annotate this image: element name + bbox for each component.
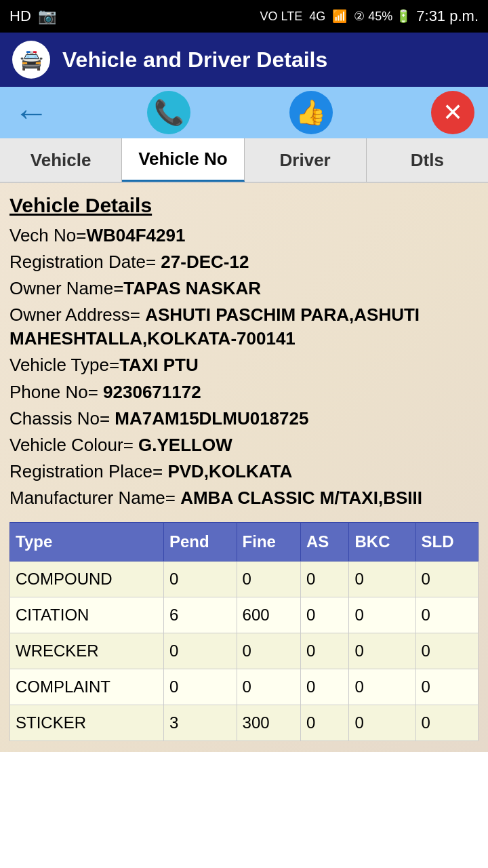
- cell-sld: 0: [415, 633, 478, 669]
- cell-as: 0: [300, 633, 349, 669]
- phone-no-label: Phone No=: [9, 382, 103, 402]
- phone-no-value: 9230671172: [103, 382, 201, 402]
- manufacturer-name-value: AMBA CLASSIC M/TAXI,BSIII: [180, 488, 422, 508]
- thumbs-up-button[interactable]: 👍: [289, 91, 333, 134]
- table-header-row: Type Pend Fine AS BKC SLD: [10, 523, 479, 561]
- app-header: 🚔 Vehicle and Driver Details: [0, 33, 488, 87]
- cell-bkc: 0: [349, 705, 415, 741]
- table-row: CITATION6600000: [10, 597, 479, 633]
- main-content: Vehicle Details Vech No=WB04F4291 Regist…: [0, 183, 488, 752]
- cell-sld: 0: [415, 705, 478, 741]
- signal-icons: VO LTE 4G 📶 ② 45% 🔋: [260, 9, 411, 24]
- cell-type: COMPLAINT: [10, 669, 164, 705]
- cell-as: 0: [300, 669, 349, 705]
- status-left: HD 📷: [9, 7, 56, 25]
- table-row: COMPOUND00000: [10, 561, 479, 597]
- cell-fine: 300: [237, 705, 300, 741]
- cell-fine: 600: [237, 597, 300, 633]
- cell-pend: 0: [164, 561, 237, 597]
- reg-date-label: Registration Date=: [9, 252, 161, 272]
- cell-as: 0: [300, 561, 349, 597]
- camera-icon: 📷: [38, 7, 56, 25]
- chassis-no-value: MA7AM15DLMU018725: [115, 408, 308, 429]
- table-row: COMPLAINT00000: [10, 669, 479, 705]
- reg-place-line: Registration Place= PVD,KOLKATA: [9, 460, 479, 484]
- vehicle-colour-line: Vehicle Colour= G.YELLOW: [9, 433, 479, 457]
- vech-no-value: WB04F4291: [86, 225, 185, 245]
- cell-bkc: 0: [349, 597, 415, 633]
- tab-vehicle-no[interactable]: Vehicle No: [122, 138, 244, 182]
- cell-fine: 0: [237, 561, 300, 597]
- vehicle-type-label: Vehicle Type=: [9, 355, 119, 375]
- table-row: STICKER3300000: [10, 705, 479, 741]
- cell-sld: 0: [415, 597, 478, 633]
- cell-sld: 0: [415, 669, 478, 705]
- app-logo: 🚔: [12, 41, 50, 79]
- cell-type: COMPOUND: [10, 561, 164, 597]
- reg-date-value: 27-DEC-12: [161, 252, 249, 272]
- chassis-no-line: Chassis No= MA7AM15DLMU018725: [9, 407, 479, 431]
- reg-place-value: PVD,KOLKATA: [167, 461, 292, 481]
- cell-bkc: 0: [349, 669, 415, 705]
- col-type: Type: [10, 523, 164, 561]
- content-inner: Vehicle Details Vech No=WB04F4291 Regist…: [9, 194, 479, 741]
- phone-no-line: Phone No= 9230671172: [9, 380, 479, 404]
- vehicle-type-line: Vehicle Type=TAXI PTU: [9, 353, 479, 377]
- manufacturer-name-label: Manufacturer Name=: [9, 488, 180, 508]
- penalties-table-section: Type Pend Fine AS BKC SLD COMPOUND00000C…: [9, 522, 479, 741]
- cell-as: 0: [300, 597, 349, 633]
- time-display: 7:31 p.m.: [416, 7, 479, 25]
- phone-button[interactable]: 📞: [147, 91, 190, 134]
- tab-dtls[interactable]: Dtls: [367, 138, 488, 182]
- owner-name-line: Owner Name=TAPAS NASKAR: [9, 277, 479, 300]
- hd-label: HD: [9, 7, 31, 25]
- col-as: AS: [300, 523, 349, 561]
- nav-bar: ← 📞 👍 ✕: [0, 87, 488, 138]
- cell-fine: 0: [237, 633, 300, 669]
- cell-bkc: 0: [349, 633, 415, 669]
- section-title: Vehicle Details: [9, 194, 479, 217]
- vech-no-label: Vech No=: [9, 225, 86, 245]
- status-right: VO LTE 4G 📶 ② 45% 🔋 7:31 p.m.: [260, 7, 479, 25]
- vehicle-colour-label: Vehicle Colour=: [9, 435, 138, 455]
- vehicle-colour-value: G.YELLOW: [138, 435, 232, 455]
- chassis-no-label: Chassis No=: [9, 408, 115, 429]
- vehicle-type-value: TAXI PTU: [119, 355, 199, 375]
- cell-as: 0: [300, 705, 349, 741]
- tab-vehicle[interactable]: Vehicle: [0, 138, 122, 182]
- back-button[interactable]: ←: [14, 92, 49, 133]
- col-fine: Fine: [237, 523, 300, 561]
- owner-address-label: Owner Address=: [9, 304, 145, 325]
- cell-fine: 0: [237, 669, 300, 705]
- police-logo-icon: 🚔: [20, 49, 43, 71]
- cell-sld: 0: [415, 561, 478, 597]
- table-row: WRECKER00000: [10, 633, 479, 669]
- penalties-table: Type Pend Fine AS BKC SLD COMPOUND00000C…: [9, 522, 479, 741]
- cell-pend: 0: [164, 633, 237, 669]
- owner-address-line: Owner Address= ASHUTI PASCHIM PARA,ASHUT…: [9, 303, 479, 351]
- col-pend: Pend: [164, 523, 237, 561]
- cell-bkc: 0: [349, 561, 415, 597]
- col-sld: SLD: [415, 523, 478, 561]
- status-bar: HD 📷 VO LTE 4G 📶 ② 45% 🔋 7:31 p.m.: [0, 0, 488, 33]
- app-title: Vehicle and Driver Details: [62, 47, 327, 73]
- cell-pend: 6: [164, 597, 237, 633]
- reg-place-label: Registration Place=: [9, 461, 167, 481]
- owner-name-label: Owner Name=: [9, 278, 123, 298]
- cell-type: CITATION: [10, 597, 164, 633]
- owner-name-value: TAPAS NASKAR: [123, 278, 261, 298]
- cell-type: STICKER: [10, 705, 164, 741]
- manufacturer-name-line: Manufacturer Name= AMBA CLASSIC M/TAXI,B…: [9, 486, 479, 510]
- cell-pend: 3: [164, 705, 237, 741]
- cell-type: WRECKER: [10, 633, 164, 669]
- tab-driver[interactable]: Driver: [245, 138, 367, 182]
- col-bkc: BKC: [349, 523, 415, 561]
- close-button[interactable]: ✕: [431, 91, 474, 134]
- cell-pend: 0: [164, 669, 237, 705]
- tab-bar: Vehicle Vehicle No Driver Dtls: [0, 138, 488, 183]
- reg-date-line: Registration Date= 27-DEC-12: [9, 250, 479, 274]
- vech-no-line: Vech No=WB04F4291: [9, 224, 479, 248]
